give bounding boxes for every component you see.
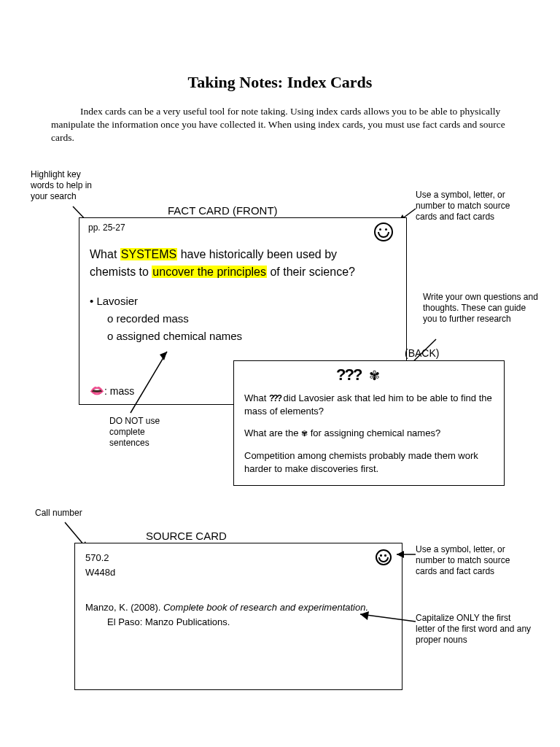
fact-mass: 👄: mass	[90, 385, 134, 397]
mass-label: : mass	[104, 385, 134, 397]
fact-card-heading: FACT CARD (FRONT)	[168, 204, 278, 217]
source-card: 570.2 W448d Manzo, K. (2008). Complete b…	[74, 543, 402, 690]
q-highlight2: uncover the principles	[152, 266, 267, 278]
cite-text1: Manzo, K. (2008).	[85, 602, 163, 613]
question-marks-icon: ???	[336, 365, 361, 384]
fact-card-back: ??? ✾ What ??? did Lavosier ask that led…	[233, 360, 505, 486]
source-call1: 570.2	[85, 551, 115, 565]
cite-text2: El Paso: Manzo Publications.	[85, 615, 392, 630]
back-symbols: ??? ✾	[336, 365, 380, 384]
question-marks-icon-small: ???	[269, 393, 281, 403]
back-q1b: did Lavosier ask that led him to be able…	[244, 392, 492, 417]
q-text3: of their science?	[267, 266, 355, 278]
fact-question: What SYSTEMS have historically been used…	[90, 246, 377, 281]
back-q2a: What are the	[244, 427, 301, 438]
back-body: What ??? did Lavosier ask that led him t…	[244, 392, 494, 476]
callout-capitalize: Capitalize ONLY the first letter of the …	[416, 613, 532, 646]
page-title: Taking Notes: Index Cards	[44, 73, 516, 92]
cite-italic: Complete book of research and experiment…	[163, 602, 368, 613]
q-highlight1: SYSTEMS	[120, 248, 177, 260]
callout-sentences: DO NOT use complete sentences	[109, 416, 182, 449]
scribble-icon: ✾	[369, 368, 380, 383]
fact-list: Lavosier recorded mass assigned chemical…	[90, 293, 242, 345]
callout-match-top: Use a symbol, letter, or number to match…	[416, 190, 529, 222]
callout-callnumber: Call number	[35, 508, 101, 519]
back-q1a: What	[244, 392, 269, 403]
source-call2: W448d	[85, 565, 115, 580]
intro-paragraph: Index cards can be a very useful tool fo…	[51, 105, 509, 145]
q-text: What	[90, 248, 120, 260]
back-q3: Competition among chemists probably made…	[244, 449, 494, 476]
fact-pages: pp. 25-27	[88, 222, 125, 233]
subbullet-recorded: recorded mass	[90, 310, 242, 328]
callout-match-bottom: Use a symbol, letter, or number to match…	[416, 544, 529, 577]
smiley-icon-source	[376, 549, 392, 565]
subbullet-assigned: assigned chemical names	[90, 328, 242, 345]
callout-thoughts: Write your own questions and thoughts. T…	[423, 292, 540, 325]
callout-highlight: Highlight key words to help in your sear…	[31, 169, 104, 202]
bullet-lavosier: Lavosier	[90, 293, 242, 310]
scribble-icon-small: ✾	[301, 429, 308, 438]
source-citation: Manzo, K. (2008). Complete book of resea…	[85, 600, 392, 615]
source-card-heading: SOURCE CARD	[146, 530, 227, 542]
smiley-icon	[374, 222, 393, 241]
back-q2b: for assigning chemical names?	[308, 427, 440, 438]
lips-icon: 👄	[90, 384, 104, 397]
back-card-heading: (BACK)	[405, 347, 439, 359]
